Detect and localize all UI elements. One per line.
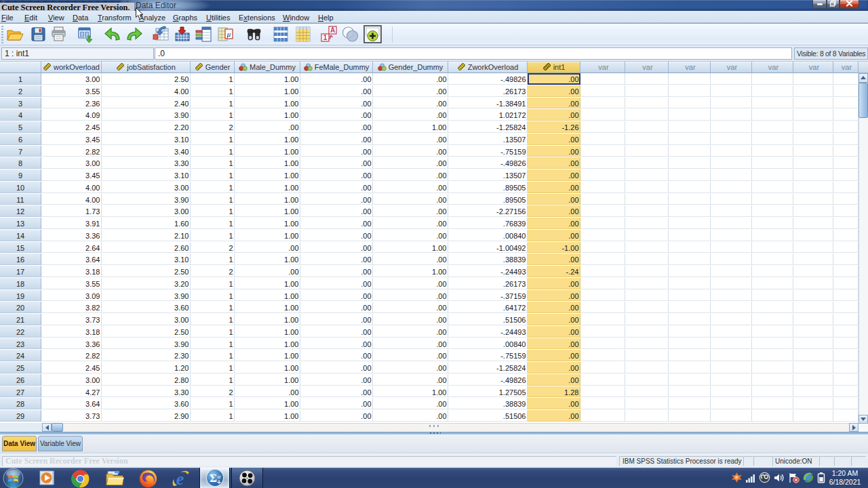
svg-text:+: + (217, 479, 221, 486)
svg-text:1: 1 (323, 34, 328, 41)
svg-text:A: A (330, 26, 335, 34)
svg-text:e: e (176, 470, 184, 488)
svg-text:μ: μ (226, 30, 231, 38)
svg-text:Σ: Σ (209, 472, 216, 485)
